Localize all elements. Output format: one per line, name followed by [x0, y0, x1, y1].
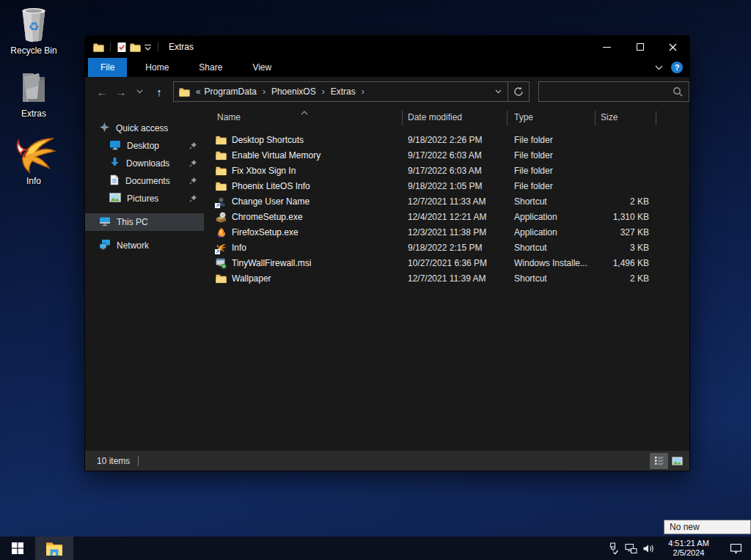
pin-icon: [189, 141, 197, 152]
address-folder-icon: [179, 87, 190, 97]
file-date: 9/18/2022 2:26 PM: [408, 133, 505, 148]
tab-view[interactable]: View: [240, 58, 284, 77]
taskbar-clock[interactable]: 4:51:21 AM 2/5/2024: [657, 539, 720, 558]
qat-new-folder-icon[interactable]: [130, 43, 141, 52]
file-row[interactable]: ChromeSetup.exe 12/4/2021 12:21 AM Appli…: [204, 210, 689, 225]
sidebar-item-desktop[interactable]: Desktop: [85, 137, 204, 155]
desktop-icon-extras[interactable]: Extras: [0, 69, 67, 119]
titlebar-separator: [158, 42, 158, 52]
tab-file[interactable]: File: [88, 58, 127, 77]
file-row[interactable]: Info 9/18/2022 2:15 PM Shortcut 3 KB: [204, 240, 689, 256]
qat-customize-chevron-icon[interactable]: [144, 44, 152, 51]
thumbnail-view-icon: [672, 457, 683, 465]
file-type: Windows Installe...: [514, 256, 593, 271]
column-header-size[interactable]: Size: [601, 112, 618, 122]
back-button[interactable]: ←: [92, 82, 111, 101]
svg-text:♻: ♻: [29, 20, 40, 34]
details-view-button[interactable]: [650, 453, 668, 469]
sidebar-item-documents[interactable]: Documents: [85, 172, 204, 190]
breadcrumb-separator-icon[interactable]: ›: [318, 86, 329, 97]
qat-properties-icon[interactable]: [117, 42, 127, 53]
file-date: 10/27/2021 6:36 PM: [408, 256, 505, 271]
desktop-icon-recycle-bin[interactable]: ♻ Recycle Bin: [0, 6, 67, 56]
address-bar[interactable]: « ProgramData › PhoenixOS › Extras ›: [173, 81, 530, 102]
file-size: 327 KB: [595, 225, 649, 240]
file-row[interactable]: Fix Xbox Sign In 9/17/2022 6:03 AM File …: [204, 163, 689, 179]
recent-locations-chevron-icon[interactable]: [131, 82, 150, 101]
column-divider[interactable]: [595, 111, 596, 125]
thumbnail-view-button[interactable]: [668, 453, 686, 469]
user-shortcut-icon: [216, 196, 227, 207]
sidebar-item-downloads[interactable]: Downloads: [85, 155, 204, 172]
items-count: 10 items: [97, 456, 130, 466]
tab-home[interactable]: Home: [133, 58, 181, 77]
taskbar-file-explorer-button[interactable]: [35, 537, 73, 560]
folder-shortcut-icon: [216, 273, 227, 284]
file-type: File folder: [514, 163, 593, 179]
breadcrumb-programdata[interactable]: ProgramData: [202, 86, 259, 97]
file-type: Application: [514, 225, 593, 240]
file-row[interactable]: Wallpaper 12/7/2021 11:39 AM Shortcut 2 …: [204, 271, 689, 287]
column-header-name[interactable]: Name: [217, 112, 241, 122]
help-button[interactable]: ?: [671, 62, 683, 73]
desktop-icon-label: Recycle Bin: [0, 45, 67, 56]
breadcrumb-extras[interactable]: Extras: [329, 86, 358, 97]
file-row[interactable]: Phoenix LiteOS Info 9/18/2022 1:05 PM Fi…: [204, 179, 689, 194]
column-divider[interactable]: [656, 111, 656, 125]
status-bar: 10 items: [85, 450, 689, 471]
start-button[interactable]: [0, 537, 35, 560]
file-name: Phoenix LiteOS Info: [232, 179, 399, 194]
pin-icon: [189, 177, 197, 187]
refresh-icon: [513, 86, 524, 97]
file-name: Fix Xbox Sign In: [232, 163, 399, 179]
file-row[interactable]: FirefoxSetup.exe 12/3/2021 11:38 PM Appl…: [204, 225, 689, 240]
column-header-type[interactable]: Type: [514, 112, 533, 122]
file-row[interactable]: Enable Virtual Memory 9/17/2022 6:03 AM …: [204, 148, 689, 163]
up-button[interactable]: ↑: [150, 82, 169, 101]
windows-logo-icon: [12, 542, 23, 554]
file-row[interactable]: Change User Name 12/7/2021 11:33 AM Shor…: [204, 194, 689, 210]
search-icon[interactable]: [673, 86, 683, 97]
refresh-button[interactable]: [508, 86, 529, 97]
breadcrumb-phoenixos[interactable]: PhoenixOS: [269, 86, 318, 97]
system-tray: 4:51:21 AM 2/5/2024: [604, 537, 751, 560]
breadcrumb-prefix[interactable]: «: [194, 86, 202, 97]
forward-button[interactable]: →: [111, 82, 131, 101]
ribbon-collapse-chevron-icon[interactable]: [655, 62, 663, 73]
msi-package-icon: [216, 258, 227, 269]
breadcrumb-separator-icon[interactable]: ›: [358, 86, 368, 97]
file-size: 1,310 KB: [595, 210, 649, 225]
network-status-icon[interactable]: [622, 537, 640, 560]
action-center-button[interactable]: [720, 537, 751, 560]
file-size: 2 KB: [595, 271, 649, 287]
close-button[interactable]: [656, 36, 689, 58]
sort-ascending-icon: [301, 107, 308, 117]
address-dropdown-chevron-icon[interactable]: [488, 89, 508, 94]
sidebar-item-this-pc[interactable]: This PC: [85, 213, 204, 231]
volume-icon[interactable]: [640, 537, 657, 560]
pictures-icon: [109, 193, 121, 205]
column-divider[interactable]: [507, 111, 508, 125]
search-input[interactable]: [539, 86, 673, 97]
file-row[interactable]: TinyWallFirewall.msi 10/27/2021 6:36 PM …: [204, 256, 689, 271]
desktop-icon-info[interactable]: Info: [0, 133, 67, 186]
tab-share[interactable]: Share: [186, 58, 235, 77]
usb-safely-remove-icon[interactable]: [604, 537, 622, 560]
phoenix-feather-icon: [216, 243, 227, 254]
breadcrumb-separator-icon[interactable]: ›: [259, 86, 269, 97]
desktop: ♻ Recycle Bin Extras Info: [0, 0, 751, 560]
column-header-date-modified[interactable]: Date modified: [408, 112, 462, 122]
file-name: Wallpaper: [232, 271, 399, 287]
sidebar-item-label: Quick access: [116, 123, 168, 133]
sidebar-item-network[interactable]: Network: [85, 237, 204, 254]
file-row[interactable]: Desktop Shortcuts 9/18/2022 2:26 PM File…: [204, 133, 689, 148]
column-divider[interactable]: [402, 111, 403, 125]
sidebar-item-pictures[interactable]: Pictures: [85, 190, 204, 207]
file-date: 12/7/2021 11:33 AM: [408, 194, 505, 210]
title-bar: Extras: [85, 36, 689, 58]
minimize-button[interactable]: [590, 36, 623, 58]
maximize-button[interactable]: [623, 36, 656, 58]
phoenix-wing-icon: [0, 133, 67, 174]
folder-icon: [216, 166, 227, 177]
sidebar-item-quick-access[interactable]: Quick access: [85, 119, 204, 137]
